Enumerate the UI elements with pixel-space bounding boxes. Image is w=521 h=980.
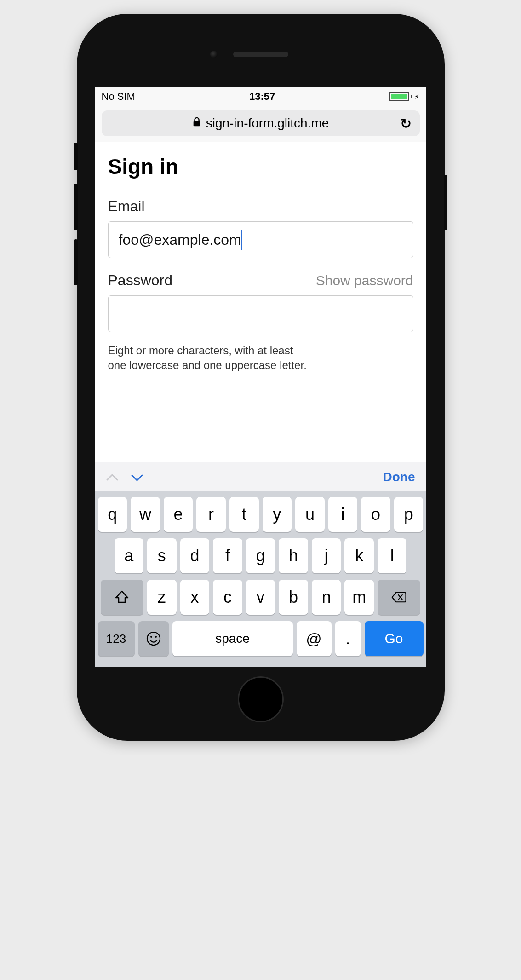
phone-mute-switch xyxy=(74,143,78,170)
key-x[interactable]: x xyxy=(180,580,210,615)
numbers-key[interactable]: 123 xyxy=(98,621,135,656)
key-l[interactable]: l xyxy=(378,538,407,573)
keyboard-accessory: Done xyxy=(95,462,426,491)
key-m[interactable]: m xyxy=(344,580,374,615)
text-cursor xyxy=(241,230,242,250)
key-h[interactable]: h xyxy=(279,538,308,573)
svg-point-3 xyxy=(155,636,157,638)
emoji-key[interactable] xyxy=(138,621,169,656)
email-input-wrap xyxy=(108,221,413,258)
key-v[interactable]: v xyxy=(246,580,275,615)
shift-key[interactable] xyxy=(101,580,143,615)
key-p[interactable]: p xyxy=(394,497,424,532)
password-label: Password xyxy=(108,272,173,289)
phone-volume-down xyxy=(74,239,78,285)
password-hint: Eight or more characters, with at least … xyxy=(108,343,413,373)
key-u[interactable]: u xyxy=(295,497,325,532)
prev-field-button xyxy=(106,469,118,485)
lock-icon xyxy=(192,117,201,130)
address-url: sign-in-form.glitch.me xyxy=(206,116,329,131)
dot-key[interactable]: . xyxy=(335,621,361,656)
phone-camera xyxy=(210,51,218,58)
next-field-button[interactable] xyxy=(131,469,143,485)
phone-power-button xyxy=(444,175,447,230)
go-key[interactable]: Go xyxy=(365,621,424,656)
charging-icon: ⚡︎ xyxy=(414,92,419,101)
key-j[interactable]: j xyxy=(312,538,341,573)
svg-point-1 xyxy=(147,632,160,645)
phone-frame: No SIM 13:57 ⚡︎ sign-in-form.glitch.me ↻… xyxy=(77,14,445,741)
page-content: Sign in Email Password Show password Eig… xyxy=(95,142,426,462)
key-r[interactable]: r xyxy=(196,497,226,532)
key-y[interactable]: y xyxy=(263,497,292,532)
key-t[interactable]: t xyxy=(229,497,259,532)
page-title: Sign in xyxy=(108,154,413,184)
key-e[interactable]: e xyxy=(164,497,193,532)
svg-point-2 xyxy=(150,636,152,638)
key-o[interactable]: o xyxy=(361,497,390,532)
phone-home-button[interactable] xyxy=(238,676,284,722)
svg-rect-0 xyxy=(193,121,200,126)
key-f[interactable]: f xyxy=(213,538,242,573)
space-key[interactable]: space xyxy=(172,621,293,656)
battery-icon xyxy=(389,92,409,101)
key-w[interactable]: w xyxy=(131,497,160,532)
keyboard: qwertyuiop asdfghjkl zxcvbnm 123 space @… xyxy=(95,491,426,667)
reload-icon[interactable]: ↻ xyxy=(400,115,412,132)
key-q[interactable]: q xyxy=(98,497,127,532)
key-a[interactable]: a xyxy=(115,538,144,573)
status-battery: ⚡︎ xyxy=(389,92,419,101)
email-label: Email xyxy=(108,198,413,215)
key-b[interactable]: b xyxy=(279,580,308,615)
status-bar: No SIM 13:57 ⚡︎ xyxy=(95,87,426,106)
status-time: 13:57 xyxy=(249,91,275,103)
key-c[interactable]: c xyxy=(213,580,242,615)
at-key[interactable]: @ xyxy=(297,621,332,656)
phone-speaker xyxy=(233,52,288,57)
browser-chrome: sign-in-form.glitch.me ↻ xyxy=(95,106,426,142)
screen: No SIM 13:57 ⚡︎ sign-in-form.glitch.me ↻… xyxy=(95,87,426,667)
key-d[interactable]: d xyxy=(180,538,210,573)
phone-volume-up xyxy=(74,184,78,230)
password-field[interactable] xyxy=(108,295,413,332)
password-label-row: Password Show password xyxy=(108,272,413,289)
key-z[interactable]: z xyxy=(147,580,177,615)
show-password-button[interactable]: Show password xyxy=(316,273,413,288)
key-k[interactable]: k xyxy=(344,538,374,573)
status-carrier: No SIM xyxy=(102,91,135,103)
key-n[interactable]: n xyxy=(312,580,341,615)
backspace-key[interactable] xyxy=(378,580,420,615)
key-i[interactable]: i xyxy=(328,497,358,532)
keyboard-done-button[interactable]: Done xyxy=(383,470,415,484)
key-s[interactable]: s xyxy=(147,538,177,573)
address-bar[interactable]: sign-in-form.glitch.me ↻ xyxy=(102,110,420,136)
email-field[interactable] xyxy=(108,221,413,258)
key-g[interactable]: g xyxy=(246,538,275,573)
